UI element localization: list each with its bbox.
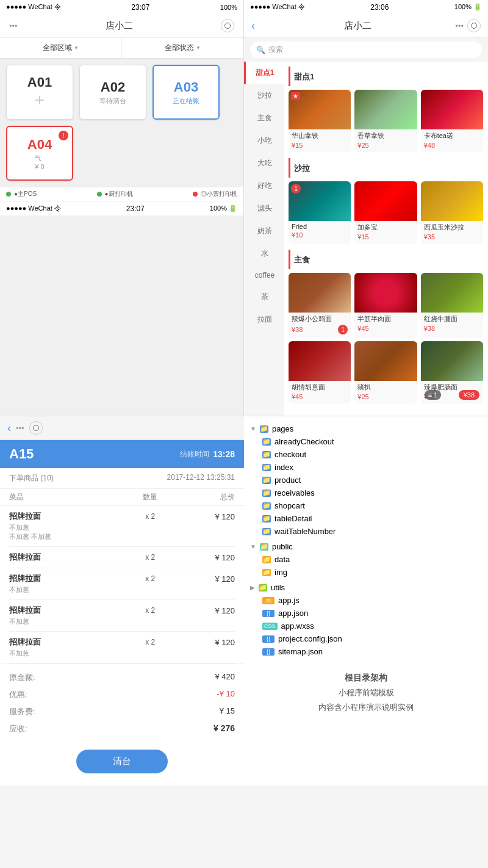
menu-item-jiaduobao[interactable]: 加多宝 ¥15 [354, 181, 417, 244]
menu-item-xiangcao[interactable]: 香草拿铁 ¥25 [354, 90, 417, 152]
receivables-icon: 📁 [262, 490, 271, 497]
cat-nacha[interactable]: 奶茶 [244, 220, 284, 242]
table-A01-id: A01 [27, 74, 52, 90]
menu-item-labao[interactable]: 辣爆小公鸡面 ¥38 1 [289, 273, 351, 338]
cat-lamian[interactable]: 拉面 [244, 308, 284, 331]
bottom-nav-circle-icon [33, 425, 39, 431]
file-checkout[interactable]: 📁 checkout [262, 448, 482, 461]
cat-dachi[interactable]: 大吃 [244, 152, 284, 175]
project-desc-line3: 内容含小程序演示说明实例 [256, 700, 476, 714]
lafei-price-badge: ¥38 [459, 390, 479, 400]
back-button[interactable]: ‹ [251, 20, 255, 32]
menu-item-fried[interactable]: 1 Fried ¥10 [289, 181, 351, 244]
pages-label: pages [272, 424, 293, 433]
project-desc-title: 根目录架构 [256, 670, 476, 685]
left2-battery: 100% 🔋 [210, 204, 237, 212]
banjin-img [354, 273, 417, 313]
menu-item-banjin[interactable]: 半筋半肉面 ¥45 [354, 273, 417, 338]
menu-item-huqing[interactable]: 胡情胡意面 ¥45 [289, 341, 351, 403]
checkout-icon: 📁 [262, 451, 271, 458]
table-A02[interactable]: A02 等待清台 [79, 65, 146, 120]
table-A03[interactable]: A03 正在结账 [152, 65, 220, 120]
search-input[interactable]: 🔍 搜索 [250, 42, 482, 58]
file-alreadyCheckout[interactable]: 📁 alreadyCheckout [262, 435, 482, 448]
section-tiandian-title: 甜点1 [289, 67, 483, 86]
kitchen-dot [97, 192, 102, 197]
filter-status[interactable]: 全部状态 ▼ [122, 38, 243, 58]
cat-youtou[interactable]: 滤头 [244, 197, 284, 220]
filter-area[interactable]: 全部区域 ▼ [0, 38, 122, 58]
table-A02-id: A02 [101, 79, 125, 95]
table-A01[interactable]: A01 + [6, 65, 73, 120]
cat-tiandian[interactable]: 甜点1 [244, 62, 284, 84]
file-projectconfig[interactable]: {} project.config.json [262, 632, 482, 645]
item-4-qty: x 2 [122, 638, 179, 646]
order-item-3: 招牌拉面 x 2 ¥ 120 不加葱 [9, 600, 235, 632]
left-status-bar-2: ●●●●● WeChat 令 23:07 100% 🔋 [0, 201, 243, 215]
waitTableNumber-label: waitTableNumber [274, 527, 336, 536]
menu-item-kabu[interactable]: 卡布tea诺 ¥48 [421, 90, 483, 152]
clear-button[interactable]: 清台 [76, 750, 168, 773]
projectconfig-label: project.config.json [278, 634, 342, 643]
file-img[interactable]: 📁 img [262, 566, 482, 579]
receivables-label: receivables [274, 488, 315, 497]
file-appjs[interactable]: JS app.js [262, 594, 482, 607]
labao-name: 辣爆小公鸡面 [292, 314, 348, 324]
file-public[interactable]: ▼ 📁 public [250, 540, 482, 553]
hongshao-name: 红烧牛腩面 [424, 314, 480, 324]
file-pages[interactable]: ▼ 📁 pages [250, 422, 482, 435]
bottom-nav-circle[interactable] [29, 421, 43, 435]
service-label: 服务费: [9, 706, 35, 717]
file-tree: ▼ 📁 pages 📁 alreadyCheckout 📁 checkout 📁… [250, 422, 482, 658]
cat-coffee[interactable]: coffee [244, 265, 284, 286]
back-button-2[interactable]: ‹ [7, 422, 11, 435]
file-appwxss[interactable]: CSS app.wxss [262, 620, 482, 632]
projectconfig-icon: {} [262, 635, 274, 643]
filter-bar: 全部区域 ▼ 全部状态 ▼ [0, 38, 243, 59]
menu-item-huashan[interactable]: ★ 华山拿铁 ¥15 [289, 90, 351, 152]
file-appjson[interactable]: {} app.json [262, 607, 482, 620]
file-product[interactable]: 📁 product [262, 474, 482, 486]
file-sitemap[interactable]: {} sitemap.json [262, 645, 482, 658]
file-data[interactable]: 📁 data [262, 553, 482, 566]
menu-item-zhupa[interactable]: 猪扒 ¥25 [354, 341, 417, 403]
fried-badge: 1 [291, 184, 301, 193]
huqing-price: ¥45 [292, 393, 348, 400]
lafei-count-badge: ≡ 1 [425, 390, 442, 400]
data-label: data [274, 555, 290, 564]
banjin-info: 半筋半肉面 ¥45 [354, 313, 417, 335]
table-A04[interactable]: ! A04 气¥ 0 [6, 126, 73, 181]
file-utils[interactable]: ▶ 📁 utils [250, 581, 482, 594]
cat-xiaochi[interactable]: 小吃 [244, 129, 284, 152]
file-receivables[interactable]: 📁 receivables [262, 486, 482, 499]
file-tableDetail[interactable]: 📁 tableDetail [262, 512, 482, 525]
cat-zhushi[interactable]: 主食 [244, 107, 284, 129]
search-icon: 🔍 [256, 46, 265, 54]
checkout-time-value: 13:28 [213, 449, 235, 459]
left-nav-circle[interactable] [221, 19, 234, 32]
item-0-price: ¥ 120 [179, 512, 235, 521]
file-shopcart[interactable]: 📁 shopcart [262, 499, 482, 512]
cat-sala[interactable]: 沙拉 [244, 84, 284, 107]
file-index[interactable]: 📁 index [262, 461, 482, 474]
discount-label: 优惠: [9, 689, 27, 700]
search-bar: 🔍 搜索 [244, 38, 488, 62]
menu-item-xigua[interactable]: 西瓜玉米沙拉 ¥35 [421, 181, 483, 244]
right-nav-circle[interactable] [467, 19, 481, 32]
cat-haochi[interactable]: 好吃 [244, 175, 284, 197]
right-nav: ‹ 店小二 ••• [244, 14, 488, 38]
favorite-icon: ★ [291, 92, 300, 100]
sitemap-label: sitemap.json [278, 647, 323, 656]
file-waitTableNumber[interactable]: 📁 waitTableNumber [262, 525, 482, 538]
cat-cha[interactable]: 茶 [244, 286, 284, 308]
table-A04-id: A04 [27, 137, 52, 153]
order-header: A15 结账时间 13:28 [0, 440, 244, 468]
table-A04-alert-icon: ! [59, 131, 68, 140]
menu-item-lafei[interactable]: ≡ 1 ¥38 辣爆肥肠面 ¥48 [421, 341, 483, 403]
left-signal: ●●●●● WeChat 令 [6, 2, 61, 12]
menu-item-hongshao[interactable]: 红烧牛腩面 ¥38 [421, 273, 483, 338]
appjson-icon: {} [262, 610, 274, 617]
kabu-info: 卡布tea诺 ¥48 [421, 129, 483, 152]
checkout-label: checkout [274, 450, 306, 459]
cat-shui[interactable]: 水 [244, 242, 284, 265]
